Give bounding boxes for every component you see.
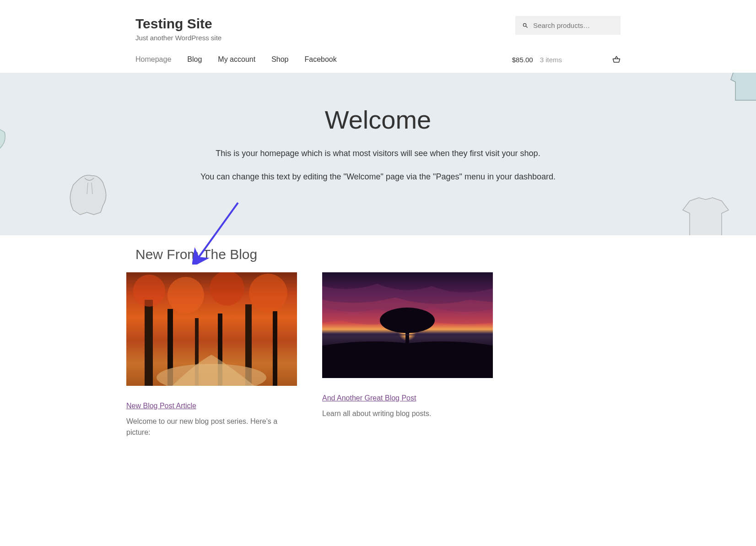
svg-rect-4 bbox=[145, 300, 153, 386]
svg-rect-18 bbox=[405, 327, 409, 346]
tshirt-bottom-decoration-icon bbox=[678, 194, 742, 235]
nav-blog[interactable]: Blog bbox=[187, 55, 202, 64]
nav-shop[interactable]: Shop bbox=[271, 55, 288, 64]
blog-post-image[interactable] bbox=[126, 272, 297, 386]
blog-post-title-link[interactable]: And Another Great Blog Post bbox=[322, 394, 416, 402]
nav-facebook[interactable]: Facebook bbox=[305, 55, 337, 64]
nav-my-account[interactable]: My account bbox=[218, 55, 255, 64]
cart-total: $85.00 bbox=[512, 56, 533, 64]
blog-post-title-link[interactable]: New Blog Post Article bbox=[126, 402, 196, 410]
svg-point-12 bbox=[167, 277, 204, 314]
blog-section: New From The Blog bbox=[94, 235, 662, 447]
branding: Testing Site Just another WordPress site bbox=[135, 16, 515, 42]
site-header: Testing Site Just another WordPress site bbox=[126, 0, 630, 42]
sleeve-decoration-icon bbox=[0, 123, 14, 155]
hero-title: Welcome bbox=[9, 105, 747, 135]
blog-post-excerpt: Welcome to our new blog post series. Her… bbox=[126, 416, 297, 438]
blog-grid: New Blog Post Article Welcome to our new… bbox=[126, 272, 630, 438]
search-input[interactable] bbox=[533, 22, 614, 29]
hoodie-decoration-icon bbox=[59, 171, 119, 222]
hero-line2: You can change this text by editing the … bbox=[9, 171, 747, 183]
svg-point-13 bbox=[210, 272, 244, 306]
search-icon bbox=[522, 22, 529, 29]
svg-point-14 bbox=[249, 274, 287, 312]
hero-line1: This is your homepage which is what most… bbox=[9, 147, 747, 160]
tshirt-decoration-icon bbox=[724, 73, 756, 105]
blog-post-excerpt: Learn all about writing blog posts. bbox=[322, 408, 493, 419]
svg-rect-9 bbox=[273, 311, 277, 386]
blog-card: And Another Great Blog Post Learn all ab… bbox=[322, 272, 493, 438]
hero-section: Welcome This is your homepage which is w… bbox=[0, 73, 756, 235]
site-title[interactable]: Testing Site bbox=[135, 16, 515, 32]
blog-post-image[interactable] bbox=[322, 272, 493, 378]
blog-heading: New From The Blog bbox=[135, 247, 630, 262]
cart-items-count: 3 items bbox=[540, 56, 562, 64]
blog-card: New Blog Post Article Welcome to our new… bbox=[126, 272, 297, 438]
basket-icon bbox=[612, 55, 621, 64]
svg-rect-19 bbox=[322, 334, 493, 335]
svg-point-11 bbox=[133, 275, 165, 307]
main-nav: Homepage Blog My account Shop Facebook bbox=[135, 55, 337, 64]
search-box[interactable] bbox=[515, 16, 621, 35]
cart-summary[interactable]: $85.00 3 items bbox=[512, 55, 621, 64]
site-tagline: Just another WordPress site bbox=[135, 34, 515, 42]
nav-homepage[interactable]: Homepage bbox=[135, 55, 171, 64]
nav-row: Homepage Blog My account Shop Facebook $… bbox=[126, 42, 630, 73]
